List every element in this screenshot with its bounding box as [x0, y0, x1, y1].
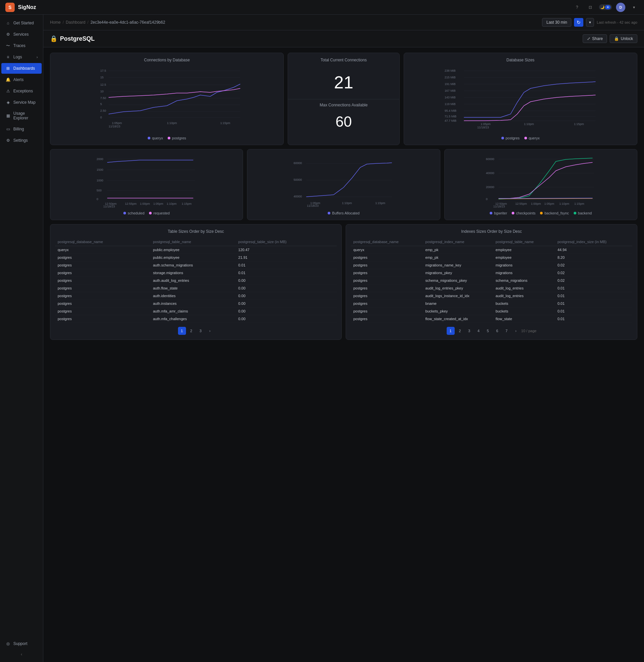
buffers-chart: 60000 50000 40000 1:05pm 11/18/23 1:10pm [252, 154, 435, 208]
sidebar: ⌂ Get Started ⚙ Services 〜 Traces ≡ Logs… [0, 15, 43, 662]
legend-dot-queryx-db [524, 137, 527, 139]
index-sizes-card: Indexes Sizes Order by Size Desc postgre… [346, 224, 637, 340]
svg-text:60000: 60000 [486, 157, 494, 161]
max-connections-title: Max Connections Available [293, 103, 394, 107]
db-sizes-legend: postgres queryx [409, 136, 632, 140]
table-sizes-title: Table Sizes Order by Size Desc [55, 229, 337, 234]
page-btn-2[interactable]: 2 [187, 327, 196, 335]
sidebar-item-settings[interactable]: ⚙ Settings [1, 135, 42, 146]
main-content: Home / Dashboard / 2ec3e44e-ea0e-4dc1-a6… [43, 15, 644, 662]
page-btn-3[interactable]: 3 [197, 327, 205, 335]
sidebar-item-get-started[interactable]: ⌂ Get Started [1, 18, 42, 28]
svg-text:1:15pm: 1:15pm [574, 202, 584, 205]
svg-text:1000: 1000 [97, 179, 104, 182]
svg-text:1:05pm: 1:05pm [112, 122, 122, 125]
buffers-allocated-card: 60000 50000 40000 1:05pm 11/18/23 1:10pm [247, 149, 440, 220]
sync-icon-button[interactable]: ↻ [574, 18, 583, 27]
table-row: postgresbuckets_pkeybuckets0.01 [351, 308, 632, 315]
expand-icon[interactable]: ⊡ [586, 3, 595, 12]
svg-text:40000: 40000 [486, 171, 494, 175]
idx-page-btn-6[interactable]: 6 [493, 327, 501, 335]
svg-text:47.7 MiB: 47.7 MiB [444, 119, 456, 123]
idx-page-btn-1[interactable]: 1 [447, 327, 455, 335]
legend-queryx: queryx [148, 136, 163, 140]
sidebar-item-logs[interactable]: ≡ Logs › [1, 52, 42, 62]
scheduled-requested-card: 2000 1500 1000 500 0 [50, 149, 243, 220]
sidebar-item-services[interactable]: ⚙ Services [1, 29, 42, 40]
svg-text:1:00pm: 1:00pm [140, 202, 150, 205]
svg-text:1:15pm: 1:15pm [220, 122, 230, 125]
page-btn-1[interactable]: 1 [178, 327, 186, 335]
theme-toggle[interactable]: 🌙 ☀ [599, 4, 612, 10]
idx-page-btn-7[interactable]: 7 [503, 327, 511, 335]
breadcrumb-dashboard[interactable]: Dashboard [66, 20, 85, 25]
brand-name: SigNoz [18, 4, 36, 10]
share-button[interactable]: ⤢ Share [583, 34, 607, 43]
sidebar-item-alerts[interactable]: 🔔 Alerts [1, 74, 42, 85]
unlock-label: Unlock [621, 36, 633, 41]
sidebar-item-traces[interactable]: 〜 Traces [1, 40, 42, 51]
sidebar-item-usage-explorer[interactable]: ▦ Usage Explorer [1, 108, 42, 123]
activity-icon: 〜 [5, 43, 11, 48]
unlock-button[interactable]: 🔒 Unlock [610, 34, 637, 43]
svg-text:1:00pm: 1:00pm [531, 202, 540, 205]
idx-page-btn-4[interactable]: 4 [475, 327, 483, 335]
legend-dot-backend [574, 212, 576, 215]
idx-page-btn-5[interactable]: 5 [484, 327, 492, 335]
sidebar-item-dashboards[interactable]: ⊞ Dashboards [1, 63, 42, 74]
sidebar-item-exceptions[interactable]: ⚠ Exceptions [1, 86, 42, 96]
help-icon[interactable]: ? [572, 3, 582, 12]
legend-dot-buffers [328, 212, 330, 215]
table-row: postgresschema_migrations_pkeyschema_mig… [351, 277, 632, 285]
sidebar-item-billing[interactable]: ▭ Billing [1, 124, 42, 134]
svg-text:143 MiB: 143 MiB [444, 96, 455, 99]
sidebar-item-support[interactable]: ◎ Support [1, 638, 42, 649]
index-sizes-header: postgresql_database_name postgresql_inde… [351, 238, 632, 246]
svg-text:10: 10 [100, 90, 104, 93]
sidebar-item-label: Service Map [13, 100, 36, 105]
svg-text:11/18/23: 11/18/23 [493, 205, 505, 208]
sidebar-collapse-button[interactable]: ‹ [0, 649, 43, 659]
svg-text:1:15pm: 1:15pm [375, 201, 385, 205]
sidebar-item-label: Usage Explorer [13, 111, 38, 120]
sidebar-item-label: Support [13, 641, 27, 646]
legend-postgres: postgres [168, 136, 186, 140]
charts-row-1: Connections by Database 17.5 15 12.5 10 … [50, 53, 637, 145]
svg-text:40000: 40000 [294, 195, 302, 198]
idx-page-btn-2[interactable]: 2 [456, 327, 464, 335]
idx-page-btn-3[interactable]: 3 [465, 327, 473, 335]
breadcrumb-bar: Home / Dashboard / 2ec3e44e-ea0e-4dc1-a6… [43, 15, 644, 30]
col-db-name: postgresql_database_name [55, 238, 150, 246]
time-range-button[interactable]: Last 30 min [542, 18, 571, 27]
topbar-left: S SigNoz [5, 3, 36, 12]
sidebar-item-service-map[interactable]: ◈ Service Map [1, 97, 42, 108]
table-sizes-table: postgresql_database_name postgresql_tabl… [55, 238, 337, 323]
breadcrumb-sep1: / [63, 20, 64, 25]
table-row: postgresstorage.migrations0.01 [55, 269, 337, 277]
grid-icon: ⊞ [5, 66, 11, 71]
table-row: postgresmigrations_name_keymigrations0.0… [351, 262, 632, 269]
svg-text:1:05pm: 1:05pm [544, 202, 554, 205]
server-icon: ⚙ [5, 32, 11, 37]
dashboard-content: Connections by Database 17.5 15 12.5 10 … [43, 47, 644, 349]
page-btn-next[interactable]: › [206, 327, 214, 335]
chevron-down-icon[interactable]: ▾ [629, 3, 639, 12]
avatar[interactable]: D [616, 3, 625, 12]
svg-text:71.5 MiB: 71.5 MiB [444, 115, 456, 118]
calendar-icon-button[interactable]: ▾ [586, 18, 594, 27]
table-sizes-pagination: 1 2 3 › [55, 327, 337, 335]
svg-text:11/18/23: 11/18/23 [104, 205, 115, 208]
bgwriter-card: 60000 40000 20000 0 [444, 149, 637, 220]
sidebar-item-label: Settings [13, 138, 28, 143]
svg-text:119 MiB: 119 MiB [444, 103, 455, 106]
svg-text:50000: 50000 [294, 178, 302, 181]
sidebar-bottom: ◎ Support ‹ [0, 638, 43, 659]
breadcrumb-home[interactable]: Home [50, 20, 61, 25]
sidebar-item-label: Dashboards [13, 66, 35, 71]
dashboard-header: 🔒 PostgreSQL ⤢ Share 🔒 Unlock [43, 30, 644, 47]
alert-triangle-icon: ⚠ [5, 88, 11, 94]
idx-page-btn-next[interactable]: › [512, 327, 520, 335]
index-sizes-pagination: 1 2 3 4 5 6 7 › 10 / page [351, 327, 632, 335]
svg-text:1:15pm: 1:15pm [574, 123, 584, 126]
connections-by-db-card: Connections by Database 17.5 15 12.5 10 … [50, 53, 284, 145]
